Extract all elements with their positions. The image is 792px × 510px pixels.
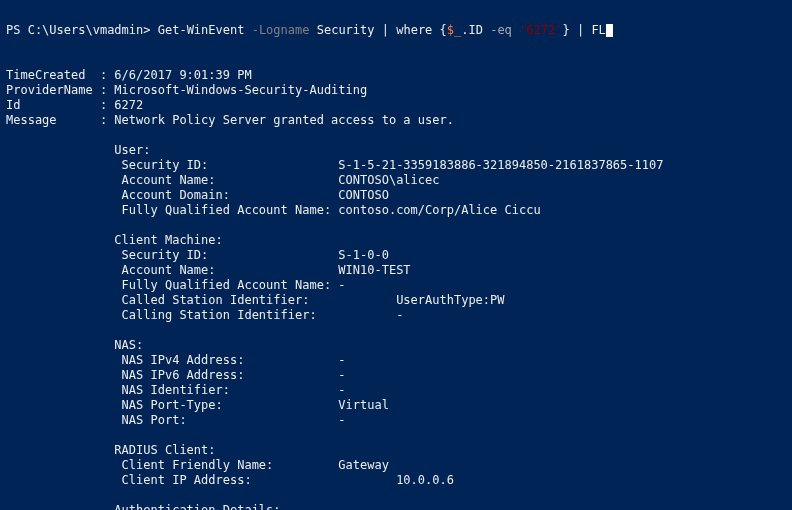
brace-open: { <box>440 23 447 37</box>
cm-account-name: Account Name: WIN10-TEST <box>6 263 411 277</box>
section-nas: NAS: <box>6 338 143 352</box>
pipe: | <box>382 23 389 37</box>
output-id: Id : 6272 <box>6 98 143 112</box>
brace-close: } <box>562 23 569 37</box>
cm-called-station: Called Station Identifier: UserAuthType:… <box>6 293 505 307</box>
pipe: | <box>577 23 584 37</box>
section-auth: Authentication Details: <box>6 503 281 510</box>
output-timecreated: TimeCreated : 6/6/2017 9:01:39 PM <box>6 68 252 82</box>
ps-prompt: PS C:\Users\vmadmin> <box>6 23 151 37</box>
output-providername: ProviderName : Microsoft-Windows-Securit… <box>6 83 367 97</box>
cmd-get-winevent: Get-WinEvent <box>158 23 245 37</box>
cm-security-id: Security ID: S-1-0-0 <box>6 248 389 262</box>
operator-eq: -eq <box>490 23 512 37</box>
cmd-where: where <box>396 23 432 37</box>
section-user: User: <box>6 143 151 157</box>
user-security-id: Security ID: S-1-5-21-3359183886-3218948… <box>6 158 663 172</box>
param-logname: -Logname <box>252 23 310 37</box>
radius-ip: Client IP Address: 10.0.0.6 <box>6 473 454 487</box>
string-6272: '6272' <box>519 23 562 37</box>
cursor <box>606 24 613 37</box>
nas-identifier: NAS Identifier: - <box>6 383 346 397</box>
dotid: .ID <box>461 23 483 37</box>
section-client-machine: Client Machine: <box>6 233 223 247</box>
nas-port: NAS Port: - <box>6 413 346 427</box>
cmd-fl: FL <box>591 23 605 37</box>
user-account-domain: Account Domain: CONTOSO <box>6 188 389 202</box>
cm-fqan: Fully Qualified Account Name: - <box>6 278 346 292</box>
cm-calling-station: Calling Station Identifier: - <box>6 308 403 322</box>
nas-ipv6: NAS IPv6 Address: - <box>6 368 346 382</box>
arg-security: Security <box>317 23 375 37</box>
variable: $_ <box>447 23 461 37</box>
nas-port-type: NAS Port-Type: Virtual <box>6 398 389 412</box>
nas-ipv4: NAS IPv4 Address: - <box>6 353 346 367</box>
output-message: Message : Network Policy Server granted … <box>6 113 454 127</box>
radius-friendly-name: Client Friendly Name: Gateway <box>6 458 389 472</box>
user-account-name: Account Name: CONTOSO\alicec <box>6 173 439 187</box>
prompt-line: PS C:\Users\vmadmin> Get-WinEvent -Logna… <box>6 23 613 37</box>
user-fqan: Fully Qualified Account Name: contoso.co… <box>6 203 541 217</box>
powershell-terminal[interactable]: PS C:\Users\vmadmin> Get-WinEvent -Logna… <box>0 0 792 510</box>
section-radius: RADIUS Client: <box>6 443 216 457</box>
